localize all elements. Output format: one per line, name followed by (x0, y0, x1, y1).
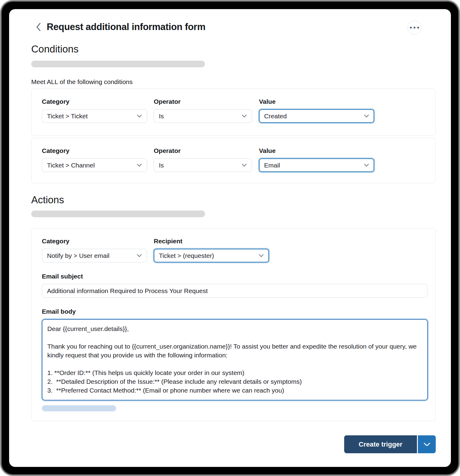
condition-1-category-value: Ticket > Ticket (47, 113, 88, 120)
chevron-down-icon (423, 442, 431, 447)
condition-1-operator-select[interactable]: Is (154, 109, 252, 123)
condition-2-category-select[interactable]: Ticket > Channel (42, 158, 147, 172)
value-label: Value (259, 98, 374, 105)
chevron-down-icon (259, 254, 264, 257)
overflow-menu-button[interactable] (408, 21, 421, 35)
chevron-down-icon (137, 164, 142, 167)
value-label: Value (259, 147, 374, 154)
actions-skeleton-bar (31, 211, 205, 217)
condition-2-value-value: Email (264, 162, 280, 169)
create-trigger-dropdown-button[interactable] (418, 435, 436, 453)
action-category-select[interactable]: Notify by > User email (42, 249, 147, 262)
conditions-heading: Conditions (31, 43, 79, 55)
screenshot-canvas: Request additional information form Cond… (0, 0, 460, 476)
condition-2-category-value: Ticket > Channel (47, 162, 95, 169)
create-trigger-button[interactable]: Create trigger (344, 435, 417, 453)
email-subject-label: Email subject (42, 273, 435, 280)
ellipsis-icon (410, 27, 412, 29)
email-body-skeleton-bar (42, 405, 116, 411)
condition-2-operator-select[interactable]: Is (154, 158, 252, 172)
condition-1-value-select[interactable]: Created (259, 109, 374, 123)
back-button[interactable] (33, 21, 44, 33)
action-recipient-value: Ticket > (requester) (159, 252, 214, 259)
category-label: Category (42, 238, 147, 245)
page-header: Request additional information form (33, 21, 424, 33)
chevron-down-icon (242, 114, 247, 118)
conditions-skeleton-bar (31, 61, 205, 67)
action-card: Category Notify by > User email Recipien… (31, 228, 436, 421)
email-body-textarea[interactable]: Dear {{current_user.details}}, Thank you… (42, 319, 428, 400)
operator-label: Operator (154, 147, 252, 154)
chevron-down-icon (137, 254, 142, 257)
recipient-label: Recipient (154, 238, 269, 245)
trigger-form-page: Request additional information form Cond… (9, 9, 451, 467)
operator-label: Operator (154, 98, 252, 105)
action-recipient-select[interactable]: Ticket > (requester) (154, 249, 269, 262)
chevron-left-icon (36, 22, 41, 32)
condition-1-value-value: Created (264, 113, 287, 120)
category-label: Category (42, 147, 147, 154)
action-category-value: Notify by > User email (47, 252, 109, 259)
condition-card-1: Category Ticket > Ticket Operator Is Val… (31, 89, 436, 136)
category-label: Category (42, 98, 147, 105)
chevron-down-icon (137, 114, 142, 118)
condition-1-operator-value: Is (159, 113, 164, 120)
chevron-down-icon (364, 114, 369, 118)
email-body-label: Email body (42, 308, 435, 315)
chevron-down-icon (364, 164, 369, 167)
conditions-subheading: Meet ALL of the following conditions (31, 78, 133, 86)
condition-2-value-select[interactable]: Email (259, 158, 374, 172)
actions-heading: Actions (31, 194, 64, 206)
email-subject-input[interactable] (42, 284, 428, 298)
condition-1-category-select[interactable]: Ticket > Ticket (42, 109, 147, 123)
footer-actions: Create trigger (344, 435, 436, 453)
condition-card-2: Category Ticket > Channel Operator Is Va… (31, 138, 436, 183)
condition-2-operator-value: Is (159, 162, 164, 169)
page-title: Request additional information form (47, 22, 205, 32)
chevron-down-icon (242, 164, 247, 167)
